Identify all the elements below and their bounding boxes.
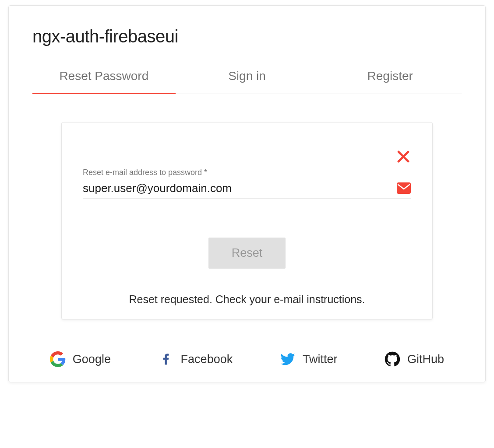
google-icon: [50, 351, 66, 367]
page-title: ngx-auth-firebaseui: [32, 27, 462, 46]
reset-status-message: Reset requested. Check your e-mail instr…: [83, 293, 411, 306]
tab-reset-password[interactable]: Reset Password: [32, 59, 176, 94]
provider-facebook-label: Facebook: [181, 353, 233, 366]
provider-twitter[interactable]: Twitter: [280, 351, 338, 367]
provider-facebook[interactable]: Facebook: [158, 351, 233, 367]
close-button[interactable]: [396, 150, 410, 165]
close-icon: [396, 158, 410, 165]
reset-email-label: Reset e-mail address to password *: [83, 168, 411, 177]
provider-google-label: Google: [73, 353, 111, 366]
providers-row: Google Facebook Twitter: [9, 338, 485, 382]
provider-github[interactable]: GitHub: [385, 351, 444, 367]
tabs: Reset Password Sign in Register: [32, 59, 462, 94]
tab-register[interactable]: Register: [318, 59, 462, 94]
reset-card: Reset e-mail address to password * Reset…: [61, 122, 433, 319]
provider-github-label: GitHub: [407, 353, 444, 366]
tab-signin[interactable]: Sign in: [176, 59, 319, 94]
reset-email-input[interactable]: [83, 180, 389, 196]
github-icon: [385, 351, 400, 367]
twitter-icon: [280, 351, 296, 367]
tab-panel-reset: Reset e-mail address to password * Reset…: [9, 94, 485, 338]
reset-email-field: Reset e-mail address to password *: [83, 168, 411, 199]
svg-rect-0: [397, 182, 411, 194]
provider-google[interactable]: Google: [50, 351, 111, 367]
provider-twitter-label: Twitter: [303, 353, 338, 366]
reset-button[interactable]: Reset: [208, 238, 286, 269]
auth-card: ngx-auth-firebaseui Reset Password Sign …: [8, 5, 486, 382]
mail-icon: [396, 182, 411, 194]
reset-email-input-row: [83, 180, 411, 199]
facebook-icon: [158, 351, 174, 367]
card-header: ngx-auth-firebaseui: [9, 6, 485, 59]
